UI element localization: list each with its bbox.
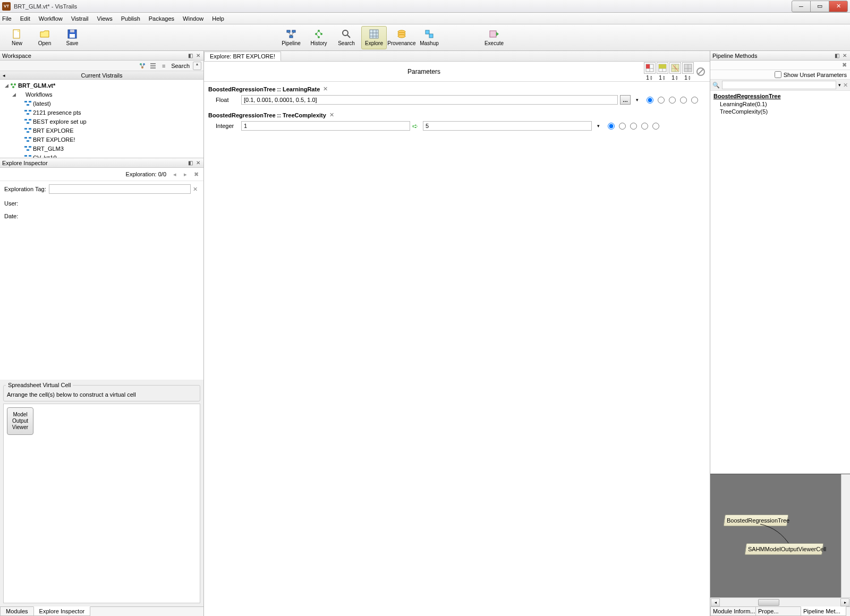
tab-explore-inspector[interactable]: Explore Inspector: [33, 606, 91, 616]
dimension-radio-4[interactable]: [652, 123, 659, 130]
menu-publish[interactable]: Publish: [121, 15, 140, 22]
svc-cell-model-output-viewer[interactable]: Model Output Viewer: [7, 407, 33, 435]
workspace-tree[interactable]: ◢BRT_GLM.vt*◢Workflows(latest)2121 prese…: [0, 80, 203, 158]
menu-window[interactable]: Window: [183, 15, 203, 22]
dimension-radio-3[interactable]: [680, 97, 687, 104]
interpolation-dropdown-icon[interactable]: ▾: [633, 97, 641, 102]
pipeline-method-item[interactable]: TreeComplexity(5): [712, 108, 848, 115]
scrollbar-horizontal[interactable]: ◂ ▸: [710, 597, 850, 606]
collapse-icon[interactable]: ◂: [0, 73, 7, 78]
right-tab-2[interactable]: Pipeline Met...: [801, 606, 846, 616]
menu-packages[interactable]: Packages: [149, 15, 174, 22]
panel-close-icon[interactable]: ✕: [195, 53, 201, 59]
current-vistrails-header[interactable]: ◂ Current Vistrails: [0, 71, 203, 80]
menu-workflow[interactable]: Workflow: [39, 15, 63, 22]
scroll-left-icon[interactable]: ◂: [711, 598, 720, 606]
param-value-from-input[interactable]: [241, 121, 410, 131]
dimension-radio-4[interactable]: [691, 97, 698, 104]
menu-file[interactable]: File: [2, 15, 12, 22]
dimension-radio-3[interactable]: [641, 123, 648, 130]
search-clear-icon[interactable]: ✕: [843, 82, 848, 89]
pipeline-methods-search-input[interactable]: [722, 81, 836, 89]
menu-edit[interactable]: Edit: [20, 15, 30, 22]
tree-item[interactable]: BRT EXPLORE: [0, 126, 203, 135]
search-dropdown-icon[interactable]: ▾: [838, 82, 841, 88]
dimension-radio-2[interactable]: [669, 97, 676, 104]
panel-undock-icon[interactable]: ◧: [834, 53, 840, 59]
show-unset-checkbox[interactable]: Show Unset Parameters: [775, 71, 847, 78]
toolbar-save-button[interactable]: Save: [60, 26, 85, 49]
dimension-radio-0[interactable]: [647, 97, 653, 104]
param-group-remove-icon[interactable]: ✕: [323, 85, 328, 92]
toolbar-mashup-button[interactable]: Mashup: [416, 26, 442, 49]
pipeline-method-item[interactable]: LearningRate(0.1): [712, 100, 848, 108]
tree-item[interactable]: BRT_GLM3: [0, 144, 203, 153]
tab-modules[interactable]: Modules: [0, 606, 34, 616]
menu-help[interactable]: Help: [212, 15, 224, 22]
tree-item[interactable]: ◢BRT_GLM.vt*: [0, 81, 203, 90]
view-tree-icon[interactable]: ≡: [159, 62, 168, 70]
dimension-radio-1[interactable]: [619, 123, 626, 130]
right-tab-0[interactable]: Module Inform...: [710, 606, 756, 616]
menu-vistrail[interactable]: Vistrail: [71, 15, 89, 22]
scrollbar-vertical[interactable]: [841, 474, 850, 597]
view-graph-icon[interactable]: [138, 62, 147, 70]
window-close-button[interactable]: ✕: [829, 1, 848, 12]
tree-item[interactable]: BRT EXPLORE!: [0, 135, 203, 144]
nav-clear-icon[interactable]: ✖: [192, 170, 200, 178]
tag-clear-icon[interactable]: ✕: [191, 186, 199, 193]
dimension-radio-2[interactable]: [630, 123, 637, 130]
pipeline-preview[interactable]: BoostedRegressionTree SAHMModelOutputVie…: [710, 474, 850, 606]
pipeline-module-name[interactable]: BoostedRegressionTree: [712, 92, 848, 100]
menu-views[interactable]: Views: [97, 15, 113, 22]
panel-undock-icon[interactable]: ◧: [187, 160, 193, 166]
nav-next-icon[interactable]: ▸: [181, 170, 190, 178]
scroll-right-icon[interactable]: ▸: [840, 598, 849, 606]
nav-prev-icon[interactable]: ◂: [171, 170, 179, 178]
view-list-icon[interactable]: [149, 62, 157, 70]
svg-rect-26: [426, 30, 429, 34]
toolbar-explore-button[interactable]: Explore: [361, 26, 387, 49]
tree-item[interactable]: BEST explore set up: [0, 117, 203, 126]
tree-item[interactable]: (latest): [0, 99, 203, 108]
workspace-search-button[interactable]: Search: [170, 63, 191, 69]
tree-item[interactable]: 2121 presence pts: [0, 108, 203, 117]
dimension-control-3[interactable]: 1▴▾: [682, 62, 694, 81]
show-unset-input[interactable]: [775, 71, 781, 78]
pipeline-node-viewer[interactable]: SAHMModelOutputViewerCell: [744, 543, 823, 555]
pin-icon[interactable]: [193, 62, 201, 70]
param-value-to-input[interactable]: [423, 121, 592, 131]
right-tab-1[interactable]: Prope...: [755, 606, 801, 616]
toolbar-provenance-button[interactable]: Provenance: [389, 26, 414, 49]
param-group-remove-icon[interactable]: ✕: [329, 112, 334, 118]
dimension-control-2[interactable]: 1▴▾: [669, 62, 681, 81]
param-edit-list-button[interactable]: …: [620, 95, 631, 105]
svc-grid[interactable]: Model Output Viewer: [3, 404, 200, 603]
toolbar-open-button[interactable]: Open: [32, 26, 57, 49]
dimension-control-1[interactable]: 1▴▾: [657, 62, 668, 81]
explore-tab[interactable]: Explore: BRT EXPLORE!: [204, 52, 281, 61]
tree-item[interactable]: CV, k=10: [0, 153, 203, 158]
toolbar-execute-button[interactable]: Execute: [481, 26, 507, 49]
panel-close-icon[interactable]: ✕: [842, 53, 848, 59]
cancel-icon[interactable]: [695, 66, 707, 78]
dimension-radio-0[interactable]: [608, 123, 615, 130]
clear-icon[interactable]: ✖: [842, 62, 847, 69]
toolbar-new-button[interactable]: New: [4, 26, 30, 49]
panel-undock-icon[interactable]: ◧: [187, 53, 193, 59]
tree-item[interactable]: ◢Workflows: [0, 90, 203, 99]
toolbar-search-button[interactable]: Search: [334, 26, 359, 49]
param-value-input[interactable]: [241, 95, 618, 105]
toolbar-history-button[interactable]: History: [306, 26, 332, 49]
interpolation-dropdown-icon[interactable]: ▾: [594, 123, 602, 129]
dimension-radio-1[interactable]: [658, 97, 665, 104]
dimension-control-0[interactable]: 1▴▾: [644, 62, 656, 81]
window-minimize-button[interactable]: ─: [792, 1, 811, 12]
workspace-panel-header: Workspace ◧ ✕: [0, 51, 203, 61]
scroll-thumb[interactable]: [758, 599, 779, 606]
exploration-tag-input[interactable]: [49, 184, 191, 194]
window-maximize-button[interactable]: ▭: [810, 1, 829, 12]
toolbar-pipeline-button[interactable]: Pipeline: [278, 26, 304, 49]
panel-close-icon[interactable]: ✕: [195, 160, 201, 166]
search-icon[interactable]: 🔍: [712, 82, 720, 89]
